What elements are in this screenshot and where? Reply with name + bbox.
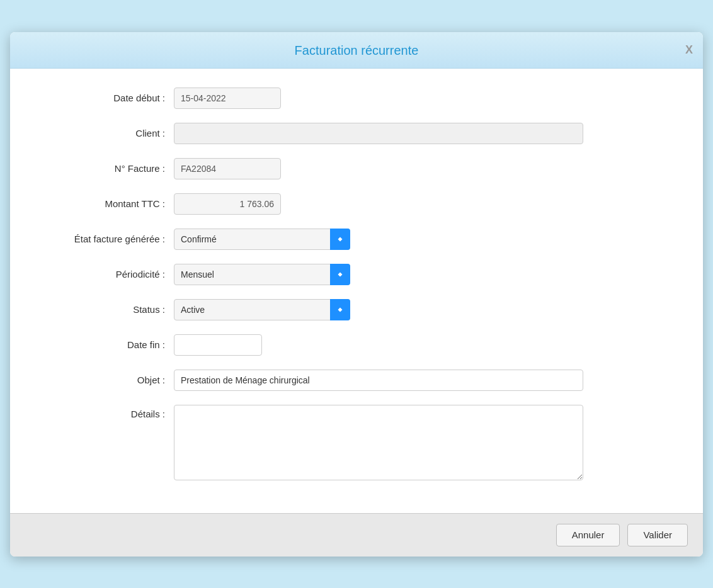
etat-label: État facture générée :: [35, 234, 174, 244]
client-row: Client :: [35, 123, 678, 144]
status-select-wrapper: Active Inactive Suspendue: [174, 299, 350, 320]
date-fin-row: Date fin :: [35, 334, 678, 356]
details-row: Détails :: [35, 405, 678, 480]
details-label: Détails :: [35, 405, 174, 419]
date-fin-input[interactable]: [174, 334, 262, 356]
etat-select-wrapper: Confirmé Brouillon Annulé: [174, 229, 350, 250]
client-label: Client :: [35, 128, 174, 139]
date-fin-label: Date fin :: [35, 339, 174, 350]
objet-label: Objet :: [35, 375, 174, 385]
periodicite-select[interactable]: Mensuel Hebdomadaire Annuel: [174, 264, 350, 285]
status-label: Status :: [35, 304, 174, 315]
date-debut-label: Date début :: [35, 93, 174, 103]
etat-row: État facture générée : Confirmé Brouillo…: [35, 229, 678, 250]
facture-row: N° Facture :: [35, 158, 678, 179]
dialog-header: Facturation récurrente X: [10, 32, 703, 69]
periodicite-select-wrapper: Mensuel Hebdomadaire Annuel: [174, 264, 350, 285]
date-debut-row: Date début :: [35, 88, 678, 109]
objet-row: Objet :: [35, 370, 678, 391]
dialog-title: Facturation récurrente: [295, 43, 419, 58]
dialog-footer: Annuler Valider: [10, 513, 703, 557]
montant-row: Montant TTC :: [35, 193, 678, 215]
cancel-button[interactable]: Annuler: [556, 524, 620, 546]
etat-select[interactable]: Confirmé Brouillon Annulé: [174, 229, 350, 250]
client-input[interactable]: [174, 123, 583, 144]
validate-button[interactable]: Valider: [627, 524, 688, 546]
status-row: Status : Active Inactive Suspendue: [35, 299, 678, 320]
objet-input[interactable]: [174, 370, 583, 391]
dialog-body: Date début : Client : N° Facture : Monta…: [10, 69, 703, 513]
date-debut-input[interactable]: [174, 88, 281, 109]
montant-label: Montant TTC :: [35, 198, 174, 209]
facture-label: N° Facture :: [35, 163, 174, 174]
periodicite-row: Périodicité : Mensuel Hebdomadaire Annue…: [35, 264, 678, 285]
montant-input[interactable]: [174, 193, 281, 215]
details-textarea[interactable]: [174, 405, 583, 480]
facture-input[interactable]: [174, 158, 281, 179]
dialog-facturation: Facturation récurrente X Date début : Cl…: [10, 32, 703, 557]
periodicite-label: Périodicité :: [35, 269, 174, 280]
close-button[interactable]: X: [685, 44, 693, 55]
status-select[interactable]: Active Inactive Suspendue: [174, 299, 350, 320]
